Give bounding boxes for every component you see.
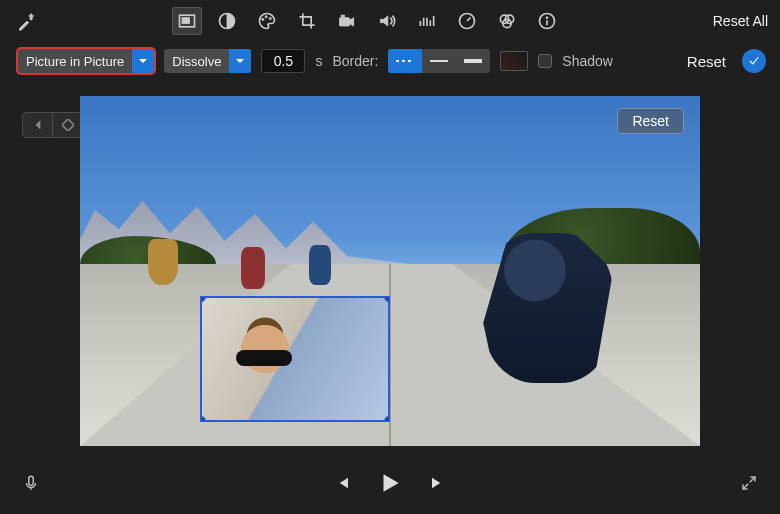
- reset-button[interactable]: Reset: [687, 53, 726, 70]
- volume-icon[interactable]: [372, 7, 402, 35]
- reset-all-button[interactable]: Reset All: [713, 13, 768, 29]
- border-style-segmented[interactable]: [388, 49, 490, 73]
- border-color-swatch[interactable]: [500, 51, 528, 71]
- microphone-icon[interactable]: [22, 474, 40, 496]
- transition-dropdown[interactable]: Dissolve: [164, 49, 251, 73]
- speed-icon[interactable]: [452, 7, 482, 35]
- overlay-mode-label: Picture in Picture: [26, 54, 124, 69]
- border-style-dashed[interactable]: [388, 49, 422, 73]
- magic-wand-icon[interactable]: [12, 7, 42, 35]
- preview-main-clip: [80, 96, 700, 446]
- svg-rect-6: [340, 18, 350, 26]
- info-icon[interactable]: [532, 7, 562, 35]
- equalizer-icon[interactable]: [412, 7, 442, 35]
- svg-point-4: [265, 16, 267, 18]
- border-style-thin[interactable]: [422, 49, 456, 73]
- keyframe-prev-button[interactable]: [23, 113, 53, 137]
- pip-handle-bl[interactable]: [200, 416, 206, 422]
- color-balance-icon[interactable]: [212, 7, 242, 35]
- overlay-settings-bar: Picture in Picture Dissolve s Border: Sh…: [0, 42, 780, 80]
- playback-bar: [0, 456, 780, 514]
- svg-rect-7: [341, 15, 344, 17]
- overlay-icon[interactable]: [172, 7, 202, 35]
- preview-reset-button[interactable]: Reset: [617, 108, 684, 134]
- svg-rect-14: [29, 476, 34, 485]
- pip-overlay-clip[interactable]: [200, 296, 390, 422]
- color-filter-icon[interactable]: [492, 7, 522, 35]
- svg-point-5: [269, 17, 271, 19]
- video-preview[interactable]: Reset: [80, 96, 700, 446]
- shadow-label: Shadow: [562, 53, 613, 69]
- transition-label: Dissolve: [172, 54, 221, 69]
- next-button[interactable]: [429, 474, 447, 496]
- crop-icon[interactable]: [292, 7, 322, 35]
- play-button[interactable]: [377, 470, 403, 500]
- duration-input[interactable]: [261, 49, 305, 73]
- pip-handle-tl[interactable]: [200, 296, 206, 302]
- duration-unit: s: [315, 53, 322, 69]
- top-toolbar: Reset All: [0, 0, 780, 42]
- prev-button[interactable]: [333, 474, 351, 496]
- shadow-checkbox[interactable]: [538, 54, 552, 68]
- svg-point-13: [546, 17, 548, 19]
- pip-handle-tr[interactable]: [384, 296, 390, 302]
- pip-handle-br[interactable]: [384, 416, 390, 422]
- chevron-down-icon: [132, 49, 154, 73]
- fullscreen-icon[interactable]: [740, 474, 758, 496]
- camera-icon[interactable]: [332, 7, 362, 35]
- svg-point-3: [262, 18, 264, 20]
- palette-icon[interactable]: [252, 7, 282, 35]
- overlay-mode-dropdown[interactable]: Picture in Picture: [18, 49, 154, 73]
- chevron-down-icon: [229, 49, 251, 73]
- border-label: Border:: [332, 53, 378, 69]
- confirm-button[interactable]: [742, 49, 766, 73]
- svg-rect-1: [182, 18, 190, 24]
- keyframe-add-button[interactable]: [53, 113, 83, 137]
- border-style-thick[interactable]: [456, 49, 490, 73]
